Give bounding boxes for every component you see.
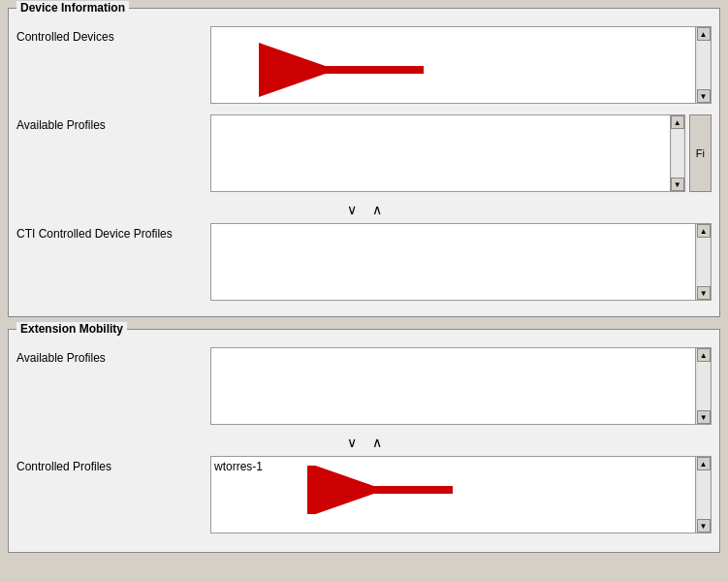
controlled-profiles-scroll-up[interactable]: ▲ [697,457,711,470]
extension-mobility-content: Available Profiles ▲ ▼ ∨ ∧ Controlled Pr… [9,330,719,552]
em-available-profiles-wrapper: ▲ ▼ [210,347,712,425]
cti-profiles-label: CTI Controlled Device Profiles [16,223,210,241]
available-profiles-scrollbar: ▲ ▼ [671,114,685,192]
extension-mobility-title: Extension Mobility [16,322,127,336]
em-available-profiles-label: Available Profiles [16,347,210,365]
available-profiles-scroll-down[interactable]: ▼ [671,178,684,191]
cti-profiles-scrollbar: ▲ ▼ [696,223,712,301]
controlled-devices-scroll-up[interactable]: ▲ [697,27,711,41]
em-available-profiles-listbox[interactable] [210,347,696,425]
controlled-devices-scroll-track [698,41,710,89]
device-information-content: Controlled Devices [9,9,719,316]
available-profiles-listbox[interactable] [210,114,671,192]
page-container: Device Information Controlled Devices [0,0,728,572]
device-move-buttons: ∨ ∧ [16,200,712,219]
controlled-devices-listbox[interactable] [210,26,696,104]
controlled-profiles-label: Controlled Profiles [16,456,210,473]
em-available-profiles-row: Available Profiles ▲ ▼ [16,347,712,425]
cti-profiles-scroll-down[interactable]: ▼ [697,286,711,300]
controlled-devices-scroll-down[interactable]: ▼ [697,89,711,103]
cti-profiles-wrapper: ▲ ▼ [210,223,712,301]
controlled-profiles-listbox[interactable] [210,456,696,534]
available-profiles-row: Available Profiles ▲ ▼ Fi [16,114,712,192]
available-profiles-scroll-track [672,129,683,178]
cti-profiles-row: CTI Controlled Device Profiles ▲ ▼ [16,223,712,301]
em-move-down-button[interactable]: ∨ [343,433,361,452]
available-profiles-wrapper: ▲ ▼ Fi [210,114,712,192]
move-up-button[interactable]: ∧ [368,200,386,219]
controlled-profiles-scroll-down[interactable]: ▼ [697,519,711,533]
find-button[interactable]: Fi [689,114,712,192]
controlled-profiles-scrollbar: ▲ ▼ [696,456,712,534]
available-profiles-label: Available Profiles [16,114,210,132]
device-information-title: Device Information [16,1,129,15]
controlled-devices-row: Controlled Devices [16,26,712,107]
controlled-devices-scrollbar: ▲ ▼ [696,26,712,104]
cti-profiles-scroll-up[interactable]: ▲ [697,224,711,238]
em-available-scroll-down[interactable]: ▼ [697,410,711,424]
controlled-profiles-row: Controlled Profiles wtorres-1 [16,456,712,536]
em-available-scroll-up[interactable]: ▲ [697,348,711,362]
cti-profiles-listbox[interactable] [210,223,696,301]
em-move-buttons: ∨ ∧ [16,433,712,452]
cti-profiles-scroll-track [698,238,710,286]
move-down-button[interactable]: ∨ [343,200,361,219]
controlled-profiles-scroll-track [698,470,710,519]
controlled-devices-wrapper: ▲ ▼ [210,26,712,107]
controlled-devices-label: Controlled Devices [16,26,210,44]
em-available-scroll-track [698,362,710,410]
em-available-profiles-scrollbar: ▲ ▼ [696,347,712,425]
em-move-up-button[interactable]: ∧ [368,433,386,452]
extension-mobility-section: Extension Mobility Available Profiles ▲ … [8,329,720,553]
controlled-profiles-wrapper: wtorres-1 ▲ [210,456,712,536]
device-information-section: Device Information Controlled Devices [8,8,720,317]
available-profiles-scroll-up[interactable]: ▲ [671,115,684,129]
